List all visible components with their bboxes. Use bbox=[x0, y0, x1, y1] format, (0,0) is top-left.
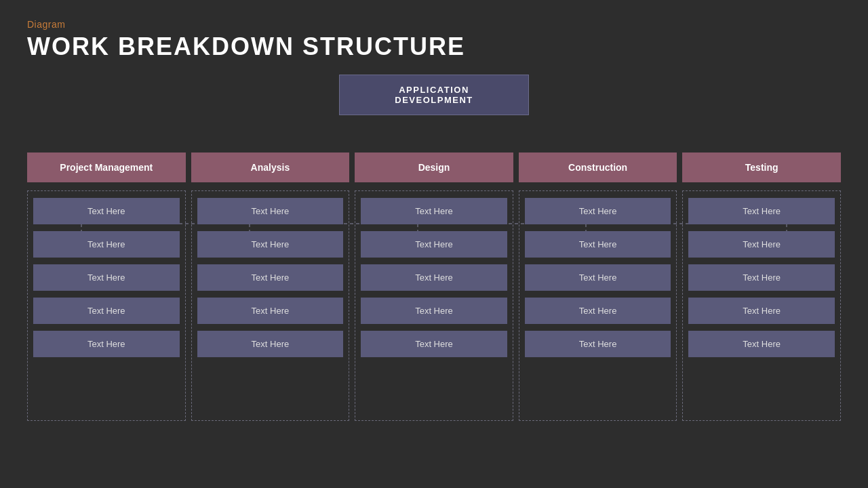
item-analysis-2: Text Here bbox=[197, 264, 344, 291]
column-items-project-management: Text HereText HereText HereText HereText… bbox=[27, 190, 186, 421]
item-construction-3: Text Here bbox=[525, 298, 671, 324]
column-project-management: Project ManagementText HereText HereText… bbox=[27, 152, 186, 421]
page-header: Diagram WORK BREAKDOWN STRUCTURE bbox=[0, 0, 868, 61]
column-construction: ConstructionText HereText HereText HereT… bbox=[519, 152, 677, 421]
diagram-label: Diagram bbox=[27, 19, 841, 30]
column-items-construction: Text HereText HereText HereText HereText… bbox=[519, 190, 677, 421]
item-project-management-4: Text Here bbox=[33, 331, 180, 357]
item-design-3: Text Here bbox=[361, 298, 507, 324]
column-analysis: AnalysisText HereText HereText HereText … bbox=[191, 152, 350, 421]
column-header-construction: Construction bbox=[519, 152, 677, 182]
item-analysis-3: Text Here bbox=[197, 298, 344, 324]
column-items-design: Text HereText HereText HereText HereText… bbox=[355, 190, 513, 421]
item-testing-0: Text Here bbox=[688, 198, 835, 224]
column-header-project-management: Project Management bbox=[27, 152, 186, 182]
root-node: APPLICATION DEVEOLPMENT bbox=[20, 75, 848, 115]
item-project-management-2: Text Here bbox=[33, 264, 180, 291]
columns-container: Project ManagementText HereText HereText… bbox=[20, 152, 848, 421]
item-construction-0: Text Here bbox=[525, 198, 671, 224]
item-construction-4: Text Here bbox=[525, 331, 671, 357]
item-testing-4: Text Here bbox=[688, 331, 835, 357]
diagram-area: APPLICATION DEVEOLPMENT Project Manageme… bbox=[0, 75, 868, 421]
item-construction-2: Text Here bbox=[525, 264, 671, 291]
item-project-management-1: Text Here bbox=[33, 231, 180, 258]
item-analysis-1: Text Here bbox=[197, 231, 344, 258]
page-title: WORK BREAKDOWN STRUCTURE bbox=[27, 33, 841, 61]
item-analysis-4: Text Here bbox=[197, 331, 344, 357]
columns-area: Project ManagementText HereText HereText… bbox=[20, 152, 848, 421]
column-testing: TestingText HereText HereText HereText H… bbox=[682, 152, 841, 421]
item-design-0: Text Here bbox=[361, 198, 507, 224]
item-design-4: Text Here bbox=[361, 331, 507, 357]
item-construction-1: Text Here bbox=[525, 231, 671, 258]
column-design: DesignText HereText HereText HereText He… bbox=[355, 152, 513, 421]
item-design-1: Text Here bbox=[361, 231, 507, 258]
item-testing-3: Text Here bbox=[688, 298, 835, 324]
column-items-analysis: Text HereText HereText HereText HereText… bbox=[191, 190, 350, 421]
root-box: APPLICATION DEVEOLPMENT bbox=[339, 75, 529, 115]
column-header-design: Design bbox=[355, 152, 513, 182]
item-design-2: Text Here bbox=[361, 264, 507, 291]
item-project-management-0: Text Here bbox=[33, 198, 180, 224]
column-header-testing: Testing bbox=[682, 152, 841, 182]
item-testing-1: Text Here bbox=[688, 231, 835, 258]
column-items-testing: Text HereText HereText HereText HereText… bbox=[682, 190, 841, 421]
item-testing-2: Text Here bbox=[688, 264, 835, 291]
item-analysis-0: Text Here bbox=[197, 198, 344, 224]
item-project-management-3: Text Here bbox=[33, 298, 180, 324]
column-header-analysis: Analysis bbox=[191, 152, 350, 182]
